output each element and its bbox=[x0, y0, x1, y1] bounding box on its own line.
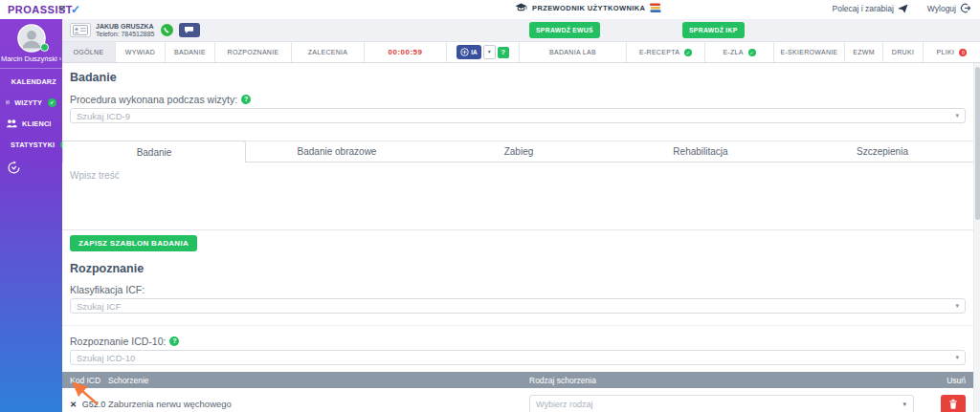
whatsapp-button[interactable] bbox=[161, 24, 173, 36]
header-rodzaj-schorzenia: Rodzaj schorzenia bbox=[529, 376, 927, 385]
help-button[interactable]: ? bbox=[498, 47, 509, 58]
sidebar-item-kalendarz[interactable]: KALENDARZ bbox=[0, 71, 62, 92]
ia-assistant-cluster: IA ▾ ? bbox=[447, 42, 520, 62]
chat-bubble-icon bbox=[184, 26, 194, 34]
sidebar-item-statystyki[interactable]: STATYSTYKI ✓ bbox=[0, 134, 62, 155]
e-zla-status-badge-icon: ✓ bbox=[748, 49, 756, 56]
disease-type-select-wrap: ▾ bbox=[529, 395, 914, 412]
icf-label: Klasyfikacja ICF: bbox=[70, 284, 145, 295]
section-divider bbox=[62, 325, 973, 326]
icd10-help-badge-icon: ? bbox=[169, 336, 179, 346]
tab-zalecenia[interactable]: ZALECENIA bbox=[292, 42, 365, 62]
sidebar-divider bbox=[0, 68, 62, 69]
sidebar-item-label: KLIENCI bbox=[22, 119, 52, 128]
tab-wywiad[interactable]: WYWIAD bbox=[116, 42, 166, 62]
disease-type-select[interactable] bbox=[529, 395, 914, 412]
sidebar-user-menu[interactable]: Marcin Duszyński› bbox=[0, 54, 62, 63]
logout-label: Wyloguj bbox=[927, 4, 956, 13]
icd9-search-input[interactable] bbox=[70, 108, 966, 123]
subtab-szczepienia[interactable]: Szczepienia bbox=[791, 141, 973, 162]
topbar-right: Polecaj i zarabiaj Wyloguj bbox=[833, 3, 970, 13]
subtab-zabieg[interactable]: Zabieg bbox=[428, 141, 610, 162]
proassist-logo[interactable]: PROASSIST✓ bbox=[8, 3, 81, 16]
logo-check-icon: ✓ bbox=[71, 3, 81, 16]
tab-label: DRUKI bbox=[892, 49, 914, 55]
sidebar-item-label: WIZYTY bbox=[14, 98, 42, 107]
user-avatar[interactable] bbox=[17, 24, 46, 53]
tab-label: BADANIA LAB bbox=[549, 49, 596, 55]
icf-search-wrap: ▾ bbox=[70, 298, 966, 314]
chevron-right-icon: › bbox=[59, 55, 61, 62]
sidebar-user-name: Marcin Duszyński bbox=[1, 54, 57, 63]
ia-dropdown-button[interactable]: ▾ bbox=[483, 45, 496, 59]
table-row: ✕ G52.0 Zaburzenia nerwu węchowego ▾ bbox=[62, 388, 973, 412]
tab-e-skierowanie[interactable]: E-SKIEROWANIE bbox=[774, 42, 845, 62]
badanie-section-title: Badanie bbox=[70, 71, 973, 84]
ia-assistant-button[interactable]: IA bbox=[457, 45, 481, 59]
trash-icon bbox=[948, 399, 958, 409]
hamburger-menu-icon[interactable]: ≡ bbox=[58, 1, 66, 15]
subtab-badanie-obrazowe[interactable]: Badanie obrazowe bbox=[246, 141, 428, 162]
avatar-status-badge-icon bbox=[40, 43, 49, 52]
icd9-search-wrap: ▾ bbox=[70, 108, 966, 123]
tab-ogolne[interactable]: OGÓLNE bbox=[62, 42, 116, 62]
sidebar-item-klienci[interactable]: KLIENCI bbox=[0, 113, 62, 134]
logout-link[interactable]: Wyloguj bbox=[927, 3, 970, 13]
user-guide-label: PRZEWODNIK UŻYTKOWNIKA bbox=[532, 4, 645, 12]
scrollbar-thumb[interactable] bbox=[975, 67, 980, 220]
tab-label: E-RECEPTA bbox=[639, 49, 679, 55]
calendar-icon bbox=[6, 76, 7, 87]
subtab-rehabilitacja[interactable]: Rehabilitacja bbox=[610, 141, 791, 162]
sidebar-item-label: KALENDARZ bbox=[11, 77, 56, 86]
sidebar: Marcin Duszyński› KALENDARZ WIZYTY ✓ bbox=[0, 19, 62, 412]
tab-badania-lab[interactable]: BADANIA LAB bbox=[520, 42, 627, 62]
check-ikp-button[interactable]: SPRAWDŹ IKP bbox=[682, 22, 745, 38]
tab-pliki[interactable]: PLIKI 0 bbox=[924, 42, 980, 62]
tab-rozpoznanie[interactable]: ROZPOZNANIE bbox=[215, 42, 292, 62]
subtab-badanie[interactable]: Badanie bbox=[62, 141, 246, 163]
topbar: PROASSIST✓ ≡ PRZEWODNIK UŻYTKOWNIKA Pole… bbox=[0, 0, 980, 19]
remove-code-icon[interactable]: ✕ bbox=[70, 400, 77, 409]
patient-name: JAKUB GRUSZKA bbox=[96, 23, 155, 31]
sidebar-item-label: STATYSTYKI bbox=[11, 141, 55, 149]
tab-badanie[interactable]: BADANIE bbox=[166, 42, 215, 62]
rozpoznanie-section-title: Rozpoznanie bbox=[70, 262, 973, 275]
procedure-label-row: Procedura wykonana podczas wizyty: ? bbox=[70, 94, 973, 105]
icd-code: G52.0 bbox=[82, 400, 106, 409]
icd10-label: Rozpoznanie ICD-10: bbox=[70, 336, 166, 347]
visit-timer: 00:00:59 bbox=[365, 42, 447, 62]
icd10-table: Kod ICD Schorzenie Rodzaj schorzenia Usu… bbox=[62, 372, 973, 412]
icd10-search-input[interactable] bbox=[70, 350, 966, 365]
header-usun: Usuń bbox=[927, 376, 973, 385]
clients-people-icon bbox=[6, 118, 17, 129]
user-guide-link[interactable]: PRZEWODNIK UŻYTKOWNIKA bbox=[515, 3, 661, 13]
header-kod-icd: Kod ICD bbox=[62, 376, 108, 385]
logout-icon bbox=[960, 3, 970, 13]
icf-search-input[interactable] bbox=[70, 298, 966, 314]
check-ewus-button[interactable]: SPRAWDŹ EWUŚ bbox=[529, 22, 600, 38]
tab-e-recepta[interactable]: E-RECEPTA ✓ bbox=[627, 42, 705, 62]
proassist-app: PROASSIST✓ ≡ PRZEWODNIK UŻYTKOWNIKA Pole… bbox=[0, 0, 980, 412]
tab-label: PLIKI bbox=[937, 49, 955, 55]
chat-button[interactable] bbox=[179, 23, 200, 37]
visit-tab-bar: OGÓLNE WYWIAD BADANIE ROZPOZNANIE ZALECE… bbox=[62, 42, 980, 63]
tab-e-zla[interactable]: E-ZLA ✓ bbox=[705, 42, 774, 62]
ia-assistant-label: IA bbox=[471, 49, 478, 55]
icd10-search-wrap: ▾ bbox=[70, 350, 966, 365]
disease-type-cell: ▾ bbox=[529, 395, 927, 412]
header-schorzenie: Schorzenie bbox=[108, 376, 529, 385]
delete-cell bbox=[927, 395, 973, 412]
sidebar-item-wizyty[interactable]: WIZYTY ✓ bbox=[0, 92, 62, 113]
delete-row-button[interactable] bbox=[941, 395, 966, 412]
tab-ezwm[interactable]: EZWM bbox=[845, 42, 883, 62]
wizyty-status-badge-icon: ✓ bbox=[48, 98, 56, 107]
patient-bar: JAKUB GRUSZKA Telefon: 784512885 SPRAWDŹ… bbox=[62, 19, 980, 42]
exam-notes-textarea[interactable] bbox=[62, 163, 973, 230]
e-recepta-status-badge-icon: ✓ bbox=[684, 49, 692, 56]
save-exam-template-button[interactable]: ZAPISZ SZABLON BADANIA bbox=[70, 235, 197, 251]
tab-druki[interactable]: DRUKI bbox=[883, 42, 924, 62]
paper-plane-icon bbox=[898, 4, 908, 13]
refer-and-earn-link[interactable]: Polecaj i zarabiaj bbox=[833, 4, 908, 13]
patient-id-card-icon bbox=[70, 23, 91, 37]
history-button[interactable] bbox=[7, 161, 22, 176]
